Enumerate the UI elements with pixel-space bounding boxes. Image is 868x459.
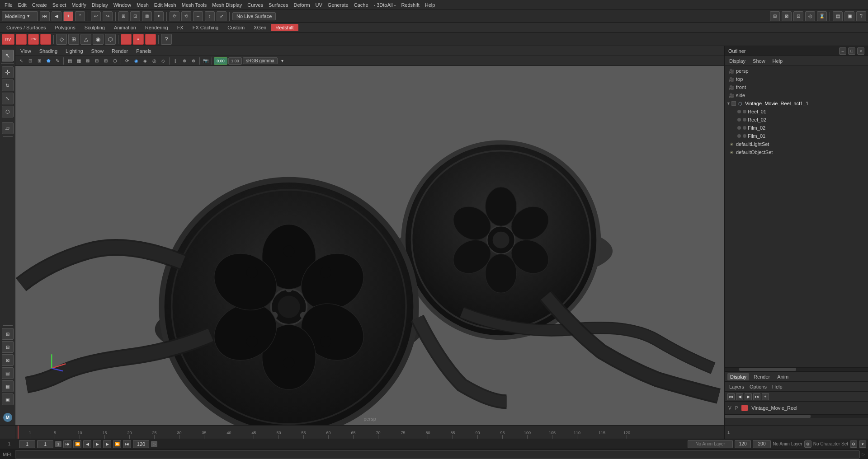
char-set-settings-btn[interactable]: ⚙: [850, 440, 857, 448]
vp-icon9[interactable]: ⊟: [93, 57, 101, 65]
toolbar-btn-snap2[interactable]: ⊠: [782, 11, 792, 21]
view-btn[interactable]: View: [18, 48, 33, 54]
render-btn-vp[interactable]: Render: [109, 48, 130, 54]
tree-item-film01[interactable]: Film_01: [725, 132, 868, 140]
display-btn2[interactable]: ⊟: [2, 341, 14, 353]
right-tab-anim[interactable]: Anim: [774, 373, 791, 380]
shelf-tab-fx[interactable]: FX: [173, 24, 188, 31]
frame-end-input2[interactable]: 120: [735, 440, 751, 448]
pb-next-key[interactable]: ⏩: [113, 440, 121, 448]
extra-btn[interactable]: ▾: [859, 440, 866, 448]
menu-surfaces[interactable]: Surfaces: [266, 1, 291, 9]
layer-nav-add[interactable]: +: [762, 393, 769, 400]
select-tool-btn[interactable]: ↖: [2, 50, 14, 61]
playback-speed-indicator[interactable]: ▷: [151, 441, 157, 447]
vp-select-icon[interactable]: ↖: [17, 57, 25, 65]
menu-help[interactable]: Help: [422, 1, 438, 9]
menu-create[interactable]: Create: [29, 1, 50, 9]
tree-item-film02[interactable]: Film_02: [725, 124, 868, 132]
shading-btn[interactable]: Shading: [37, 48, 60, 54]
shelf-tab-xgen[interactable]: XGen: [249, 24, 271, 31]
shelf-icon-red1[interactable]: [121, 34, 132, 45]
shelf-tab-custom[interactable]: Custom: [223, 24, 249, 31]
options-tab[interactable]: Options: [748, 383, 769, 390]
vp-gamma-dropdown[interactable]: sRGB gamma: [243, 57, 278, 64]
toolbar-btn-1[interactable]: ⏮: [40, 11, 50, 21]
layer-color-swatch[interactable]: [741, 405, 748, 411]
vp-icon6[interactable]: ▤: [66, 57, 74, 65]
shelf-icon-ipr1[interactable]: [16, 34, 27, 45]
toolbar-btn-7[interactable]: ⊞: [118, 11, 128, 21]
shelf-tab-rendering[interactable]: Rendering: [141, 24, 173, 31]
layer-nav-last[interactable]: ⏭: [753, 393, 760, 400]
shelf-icon-red3[interactable]: [145, 34, 156, 45]
menu-modify[interactable]: Modify: [69, 1, 89, 9]
outliner-tab-show[interactable]: Show: [751, 57, 767, 65]
vp-icon15[interactable]: ◎: [150, 57, 158, 65]
timeline-ruler[interactable]: 1 5 10 15 20 25 30 35 40 45 50 55 60 65: [15, 426, 724, 439]
vp-gamma-arrow[interactable]: ▾: [278, 57, 287, 65]
vp-icon14[interactable]: ◈: [141, 57, 149, 65]
vp-icon16[interactable]: ◇: [159, 57, 167, 65]
vp-icon10[interactable]: ⊞: [102, 57, 110, 65]
anim-layer-settings-btn[interactable]: ⚙: [804, 440, 811, 448]
help-tab-layers[interactable]: Help: [770, 383, 784, 390]
pb-next-frame[interactable]: ▶: [103, 440, 111, 448]
toolbar-btn-11[interactable]: ⟳: [170, 11, 179, 21]
vp-value2[interactable]: 1.00: [228, 57, 242, 65]
menu-cache[interactable]: Cache: [351, 1, 371, 9]
toolbar-btn-13[interactable]: ↔: [193, 11, 203, 21]
anim-layer-display[interactable]: No Anim Layer: [688, 440, 733, 448]
mode-dropdown[interactable]: Modeling ▾: [2, 11, 38, 21]
vp-icon13[interactable]: ◉: [132, 57, 140, 65]
menu-generate[interactable]: Generate: [325, 1, 351, 9]
mel-input[interactable]: [15, 450, 860, 459]
menu-file[interactable]: File: [2, 1, 15, 9]
vp-icon12[interactable]: ⟳: [123, 57, 131, 65]
toolbar-btn-10[interactable]: ✦: [154, 11, 164, 21]
display-btn1[interactable]: ⊞: [2, 328, 14, 340]
menu-select[interactable]: Select: [50, 1, 69, 9]
menu-mesh[interactable]: Mesh: [134, 1, 151, 9]
right-tab-render[interactable]: Render: [751, 373, 773, 380]
menu-redshift[interactable]: Redshift: [398, 1, 422, 9]
viewport[interactable]: View Shading Lighting Show Render Panels…: [15, 46, 724, 425]
display-btn3[interactable]: ⊠: [2, 354, 14, 366]
shelf-icon-sphere[interactable]: ◉: [93, 34, 104, 45]
pb-prev-key[interactable]: ⏪: [73, 440, 81, 448]
tree-item-reel01[interactable]: Reel_01: [725, 108, 868, 116]
menu-3dtoall[interactable]: - 3DtoAll -: [371, 1, 399, 9]
pb-goto-start[interactable]: ⏮: [63, 440, 71, 448]
shelf-icon-red2[interactable]: ≡: [133, 34, 144, 45]
tree-item-persp[interactable]: 🎥 persp: [725, 67, 868, 75]
menu-deform[interactable]: Deform: [291, 1, 312, 9]
shelf-tab-curves[interactable]: Curves / Surfaces: [2, 24, 50, 31]
vp-icon4[interactable]: ⬟: [44, 57, 52, 65]
show-btn[interactable]: Show: [89, 48, 106, 54]
vp-icon19[interactable]: ⊗: [189, 57, 198, 65]
shelf-tab-polygons[interactable]: Polygons: [50, 24, 80, 31]
vp-icon18[interactable]: ⊕: [180, 57, 189, 65]
toolbar-btn-4[interactable]: ⌃: [75, 11, 85, 21]
scale-tool-btn[interactable]: ⤡: [2, 93, 14, 104]
lasso-tool-btn[interactable]: ▱: [2, 122, 14, 134]
toolbar-btn-snap5[interactable]: ⌛: [817, 11, 827, 21]
shelf-icon-diamond[interactable]: ◇: [56, 34, 67, 45]
tree-item-reel-group[interactable]: ▼ ⬡ Vintage_Movie_Reel_nct1_1: [725, 99, 868, 108]
shelf-icon-rs1[interactable]: [40, 34, 51, 45]
menu-editmesh[interactable]: Edit Mesh: [151, 1, 179, 9]
menu-uv[interactable]: UV: [313, 1, 325, 9]
layers-hscroll[interactable]: [725, 414, 868, 418]
toolbar-btn-r1[interactable]: ▤: [833, 11, 843, 21]
toolbar-btn-8[interactable]: ⊡: [130, 11, 140, 21]
toolbar-btn-3[interactable]: ✦: [63, 11, 73, 21]
toolbar-btn-9[interactable]: ⊠: [142, 11, 152, 21]
toolbar-btn-snap3[interactable]: ⊡: [793, 11, 803, 21]
tree-item-reel02[interactable]: Reel_02: [725, 116, 868, 124]
menu-meshtools[interactable]: Mesh Tools: [179, 1, 209, 9]
shelf-tab-sculpting[interactable]: Sculpting: [80, 24, 109, 31]
tree-item-front[interactable]: 🎥 front: [725, 83, 868, 91]
shelf-icon-tri[interactable]: △: [80, 34, 91, 45]
frame-total-input[interactable]: 200: [753, 440, 771, 448]
toolbar-btn-15[interactable]: ⤢: [217, 11, 226, 21]
